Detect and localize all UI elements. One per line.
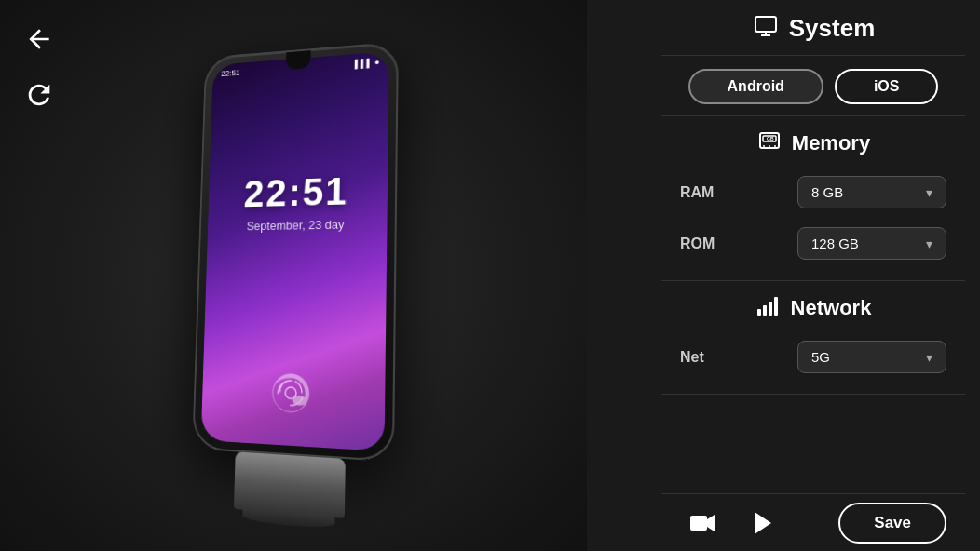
header-title: System	[789, 14, 876, 43]
memory-section-title: GB Memory	[661, 128, 965, 159]
ram-row: RAM 8 GB ▾	[661, 170, 965, 214]
phone-signal-icons: ▌▌▌ ●	[355, 58, 380, 69]
phone-mockup: 22:51 ▌▌▌ ● 22:51 September, 23 day	[190, 42, 399, 523]
rom-label: ROM	[680, 235, 715, 252]
net-label: Net	[680, 349, 704, 366]
network-section: Network Net 5G ▾	[661, 281, 965, 395]
refresh-button[interactable]	[19, 74, 60, 115]
phone-screen: 22:51 ▌▌▌ ● 22:51 September, 23 day	[201, 51, 389, 451]
net-chevron-icon: ▾	[926, 350, 932, 365]
phone-time-display: 22:51 September, 23 day	[208, 168, 388, 234]
memory-title: Memory	[792, 131, 870, 155]
right-layout: GB System Android iOS	[587, 0, 980, 551]
rom-chevron-icon: ▾	[926, 236, 932, 251]
svg-point-0	[285, 387, 296, 399]
phone-date: September, 23 day	[208, 217, 388, 234]
back-button[interactable]	[19, 19, 60, 60]
svg-rect-25	[757, 309, 761, 316]
system-icon	[752, 11, 780, 46]
phone-stand	[234, 451, 346, 518]
network-section-title: Network	[661, 292, 965, 324]
android-tab[interactable]: Android	[688, 69, 823, 104]
os-tabs: Android iOS	[661, 56, 965, 116]
phone-preview-panel: 22:51 ▌▌▌ ● 22:51 September, 23 day	[0, 0, 587, 551]
svg-rect-27	[769, 302, 772, 316]
net-row: Net 5G ▾	[661, 335, 965, 379]
svg-rect-29	[690, 516, 707, 531]
rom-row: ROM 128 GB ▾	[661, 222, 965, 265]
phone-time: 22:51	[208, 168, 388, 217]
memory-section: GB Memory RAM 8 GB ▾ ROM 128 GB ▾	[661, 116, 965, 281]
svg-rect-16	[755, 17, 776, 32]
ram-value: 8 GB	[811, 184, 843, 200]
header: System	[661, 0, 965, 56]
ram-select[interactable]: 8 GB ▾	[797, 176, 946, 208]
network-icon	[755, 292, 782, 324]
fingerprint-icon	[267, 369, 314, 418]
network-title: Network	[791, 296, 872, 320]
phone-container: 22:51 ▌▌▌ ● 22:51 September, 23 day	[0, 0, 587, 551]
record-button[interactable]	[680, 501, 725, 545]
svg-text:GB: GB	[767, 136, 774, 141]
svg-rect-26	[763, 305, 767, 316]
main-content: System Android iOS GB Me	[647, 0, 980, 551]
svg-rect-28	[774, 297, 778, 316]
play-button[interactable]	[740, 501, 784, 545]
rom-select[interactable]: 128 GB ▾	[797, 227, 946, 260]
svg-marker-30	[755, 512, 771, 534]
ios-tab[interactable]: iOS	[835, 69, 939, 104]
net-select[interactable]: 5G ▾	[797, 341, 946, 373]
rom-value: 128 GB	[811, 235, 859, 251]
phone-status-time: 22:51	[221, 68, 240, 78]
ram-chevron-icon: ▾	[926, 185, 932, 200]
net-value: 5G	[811, 349, 830, 365]
bottom-bar: Save	[661, 493, 965, 551]
memory-icon: GB	[756, 128, 783, 159]
phone-outer: 22:51 ▌▌▌ ● 22:51 September, 23 day	[192, 42, 399, 463]
save-button[interactable]: Save	[838, 503, 946, 544]
ram-label: RAM	[680, 184, 714, 201]
